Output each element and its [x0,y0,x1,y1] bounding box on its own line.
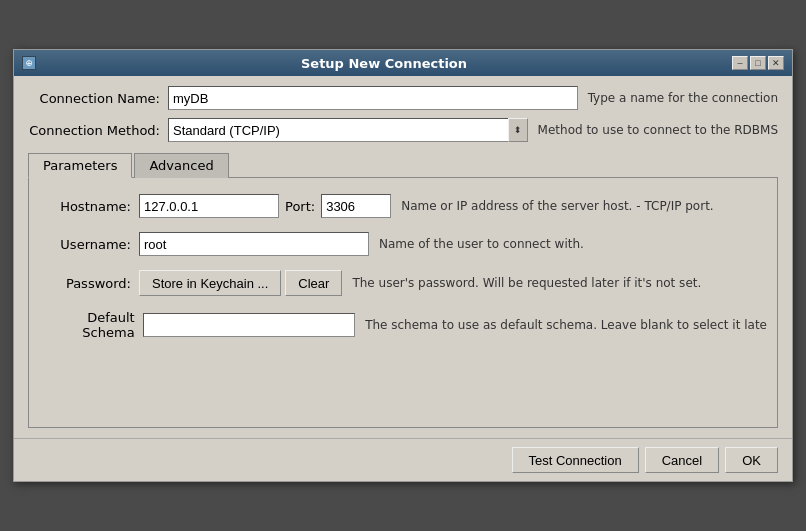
test-connection-button[interactable]: Test Connection [512,447,639,473]
maximize-button[interactable]: □ [750,56,766,70]
connection-method-select[interactable]: Standard (TCP/IP) Local Socket/Pipe Stan… [168,118,528,142]
connection-method-wrapper: Standard (TCP/IP) Local Socket/Pipe Stan… [168,118,528,142]
window-icon: ⊕ [22,56,36,70]
title-bar-controls: – □ ✕ [732,56,784,70]
window-title: Setup New Connection [36,56,732,71]
username-input[interactable] [139,232,369,256]
username-hint: Name of the user to connect with. [369,237,584,251]
minimize-button[interactable]: – [732,56,748,70]
default-schema-input[interactable] [143,313,356,337]
password-hint: The user's password. Will be requested l… [342,276,701,290]
connection-method-row: Connection Method: Standard (TCP/IP) Loc… [28,118,778,142]
username-label: Username: [39,237,139,252]
window-body: Connection Name: Type a name for the con… [14,76,792,438]
store-keychain-button[interactable]: Store in Keychain ... [139,270,281,296]
default-schema-label: Default Schema [39,310,143,340]
connection-name-hint: Type a name for the connection [578,91,778,105]
connection-name-input[interactable] [168,86,578,110]
password-label: Password: [39,276,139,291]
clear-button[interactable]: Clear [285,270,342,296]
port-label: Port: [279,199,321,214]
password-row: Password: Store in Keychain ... Clear Th… [39,270,767,296]
tab-parameters[interactable]: Parameters [28,153,132,178]
main-window: ⊕ Setup New Connection – □ ✕ Connection … [13,49,793,482]
tab-content-parameters: Hostname: Port: Name or IP address of th… [28,178,778,428]
connection-method-hint: Method to use to connect to the RDBMS [528,123,778,137]
default-schema-row: Default Schema The schema to use as defa… [39,310,767,340]
port-input[interactable] [321,194,391,218]
connection-name-label: Connection Name: [28,91,168,106]
username-row: Username: Name of the user to connect wi… [39,232,767,256]
title-bar: ⊕ Setup New Connection – □ ✕ [14,50,792,76]
hostname-row: Hostname: Port: Name or IP address of th… [39,194,767,218]
tab-header: Parameters Advanced [28,152,778,178]
close-button[interactable]: ✕ [768,56,784,70]
title-bar-left: ⊕ [22,56,36,70]
hostname-hint: Name or IP address of the server host. -… [391,199,714,213]
hostname-input[interactable] [139,194,279,218]
ok-button[interactable]: OK [725,447,778,473]
hostname-label: Hostname: [39,199,139,214]
connection-method-label: Connection Method: [28,123,168,138]
default-schema-hint: The schema to use as default schema. Lea… [355,318,767,332]
cancel-button[interactable]: Cancel [645,447,719,473]
tab-advanced[interactable]: Advanced [134,153,228,178]
tabs-container: Parameters Advanced Hostname: Port: Name… [28,152,778,428]
connection-name-row: Connection Name: Type a name for the con… [28,86,778,110]
window-footer: Test Connection Cancel OK [14,438,792,481]
